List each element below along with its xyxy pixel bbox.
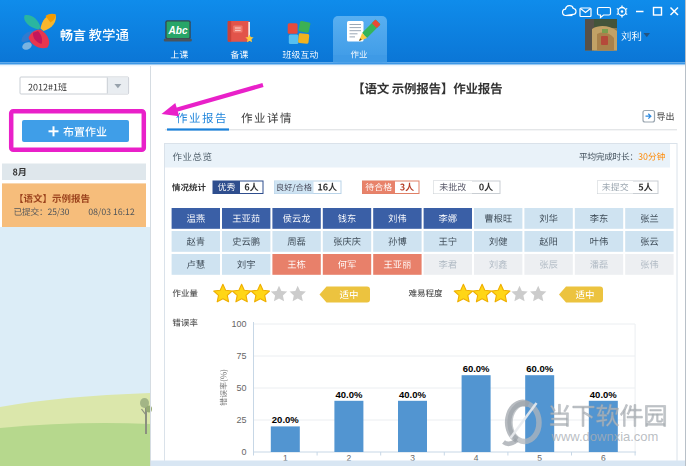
svg-text:60.0%: 60.0% [526,363,553,374]
svg-text:0: 0 [241,447,246,457]
svg-text:75: 75 [236,351,246,361]
svg-text:www.downxia.com: www.downxia.com [551,429,659,444]
svg-text:50: 50 [236,383,246,393]
svg-text:25: 25 [236,415,246,425]
svg-text:Abc: Abc [168,25,188,36]
svg-text:100: 100 [231,319,246,329]
svg-text:20.0%: 20.0% [272,414,299,425]
svg-text:40.0%: 40.0% [399,389,426,400]
svg-text:60.0%: 60.0% [463,363,490,374]
svg-text:40.0%: 40.0% [335,389,362,400]
svg-text:40.0%: 40.0% [590,389,617,400]
